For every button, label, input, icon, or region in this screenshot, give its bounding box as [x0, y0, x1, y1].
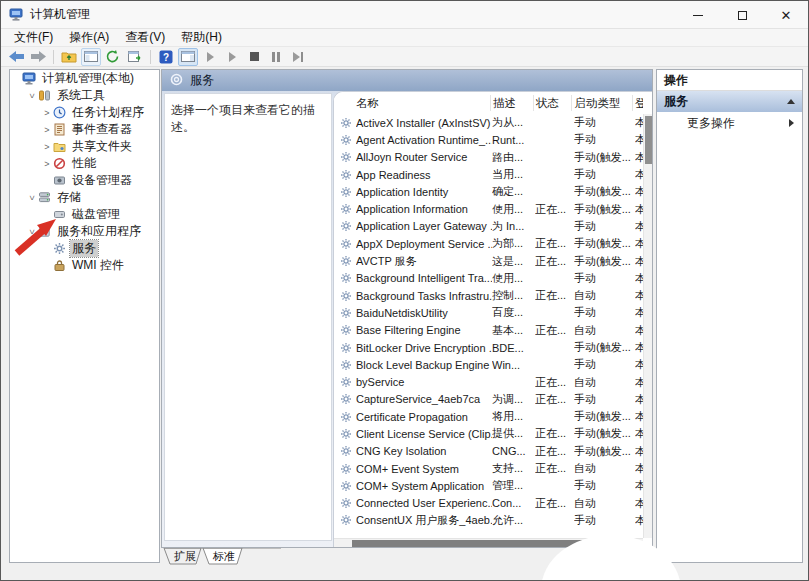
refresh-icon[interactable] [103, 48, 123, 66]
table-row[interactable]: CaptureService_4aeb7ca为调...正在...手动本 [334, 391, 643, 408]
table-row[interactable]: ConsentUX 用户服务_4aeb...允许...手动本 [334, 512, 643, 529]
table-row[interactable]: CNG Key IsolationCNG...正在...手动(触发...本 [334, 443, 643, 460]
table-row[interactable]: Client License Service (Clip...提供...正在..… [334, 425, 643, 442]
menu-action[interactable]: 操作(A) [62, 28, 116, 47]
computer-management-app-icon [9, 8, 24, 22]
service-startup-type: 手动 [574, 478, 635, 493]
tree-item-device-manager[interactable]: 设备管理器 [10, 172, 159, 189]
stop-service-icon[interactable] [244, 48, 264, 66]
table-row[interactable]: byService正在...自动本 [334, 373, 643, 390]
export-list-icon[interactable] [125, 48, 145, 66]
service-startup-type: 手动(触发... [574, 236, 635, 251]
table-row[interactable]: Background Tasks Infrastru...控制...正在...自… [334, 287, 643, 304]
table-row[interactable]: COM+ Event System支持...正在...自动本 [334, 460, 643, 477]
table-row[interactable]: COM+ System Application管理...手动本 [334, 477, 643, 494]
service-logon-as: 本 [635, 340, 643, 355]
service-description: 控制... [492, 288, 535, 303]
service-startup-type: 手动 [574, 132, 635, 147]
minimize-button[interactable] [676, 1, 720, 29]
service-description: 提供... [492, 426, 535, 441]
service-name: Certificate Propagation [356, 411, 492, 423]
tree-item-label: 共享文件夹 [70, 138, 134, 155]
tree-chevron-icon[interactable]: > [42, 108, 52, 118]
pause-service-icon[interactable] [266, 48, 286, 66]
start-service-icon[interactable] [200, 48, 220, 66]
service-status: 正在... [535, 288, 574, 303]
table-row[interactable]: Certificate Propagation将用...手动(触发...本 [334, 408, 643, 425]
column-header-status[interactable]: 状态 [534, 95, 573, 111]
table-row[interactable]: AllJoyn Router Service路由...手动(触发...本 [334, 149, 643, 166]
tab-standard[interactable]: 标准 [212, 550, 235, 562]
column-header-description[interactable]: 描述 [491, 95, 534, 111]
service-gear-icon [334, 411, 356, 423]
table-row[interactable]: App Readiness当用...手动本 [334, 166, 643, 183]
tree-item-performance[interactable]: >性能 [10, 155, 159, 172]
restart-service-icon[interactable] [288, 48, 308, 66]
table-row[interactable]: ActiveX Installer (AxInstSV)为从...手动本 [334, 114, 643, 131]
table-row[interactable]: AppX Deployment Service ...为部...正在...手动(… [334, 235, 643, 252]
table-row[interactable]: Connected User Experienc...Con...正在...自动… [334, 495, 643, 512]
maximize-button[interactable] [720, 1, 764, 29]
table-row[interactable]: BaiduNetdiskUtility百度...手动本 [334, 304, 643, 321]
service-status: 正在... [535, 444, 574, 459]
close-button[interactable]: ✕ [764, 1, 808, 29]
service-startup-type: 手动(触发... [574, 150, 635, 165]
table-row[interactable]: Agent Activation Runtime_...Runt...手动本 [334, 131, 643, 148]
table-row[interactable]: Application Layer Gateway ...为 In...手动本 [334, 218, 643, 235]
table-row[interactable]: Application Identity确定...手动(触发...本 [334, 183, 643, 200]
tree-chevron-icon[interactable]: > [27, 193, 37, 203]
tab-extended[interactable]: 扩展 [174, 550, 196, 562]
tree-item-computer[interactable]: 计算机管理(本地) [10, 70, 159, 87]
tree-item-shared-folders[interactable]: >共享文件夹 [10, 138, 159, 155]
tree-item-tools[interactable]: >系统工具 [10, 87, 159, 104]
table-row[interactable]: BitLocker Drive Encryption ...BDE...手动(触… [334, 339, 643, 356]
service-gear-icon [334, 169, 356, 181]
table-row[interactable]: Application Information使用...正在...手动(触发..… [334, 200, 643, 217]
service-name: App Readiness [356, 169, 492, 181]
service-gear-icon [334, 463, 356, 475]
service-logon-as: 本 [635, 392, 643, 407]
service-startup-type: 自动 [574, 375, 635, 390]
table-row[interactable]: Base Filtering Engine基本...正在...自动本 [334, 322, 643, 339]
more-actions-item[interactable]: 更多操作 [657, 112, 802, 134]
tree-item-label: 存储 [55, 189, 83, 206]
vertical-scrollbar[interactable] [643, 114, 653, 538]
vertical-scrollbar-thumb[interactable] [645, 116, 652, 164]
resume-service-icon[interactable] [222, 48, 242, 66]
show-action-pane-icon[interactable] [178, 48, 198, 66]
collapse-icon[interactable] [787, 99, 795, 104]
tree-item-storage[interactable]: >存储 [10, 189, 159, 206]
computer-management-window: 计算机管理 ✕ 文件(F) 操作(A) 查看(V) 帮助(H) [0, 0, 809, 581]
table-row[interactable]: Block Level Backup Engine ...Win...手动本 [334, 356, 643, 373]
show-console-tree-icon[interactable] [81, 48, 101, 66]
service-name: CaptureService_4aeb7ca [356, 393, 492, 405]
table-row[interactable]: AVCTP 服务这是...正在...手动(触发...本 [334, 252, 643, 269]
service-gear-icon [334, 514, 356, 526]
tree-chevron-icon[interactable]: > [42, 159, 52, 169]
service-description: 当用... [492, 167, 535, 182]
help-icon[interactable]: ? [156, 48, 176, 66]
menu-view[interactable]: 查看(V) [118, 28, 172, 47]
svg-text:?: ? [163, 51, 169, 62]
actions-section-services[interactable]: 服务 [657, 91, 802, 112]
service-name: BaiduNetdiskUtility [356, 307, 492, 319]
tree-chevron-icon[interactable]: > [27, 91, 37, 101]
table-row[interactable]: Background Intelligent Tra...使用...手动本 [334, 270, 643, 287]
forward-icon[interactable] [28, 48, 48, 66]
tree-chevron-icon[interactable]: > [42, 142, 52, 152]
column-header-name[interactable]: 名称 [334, 95, 491, 111]
service-logon-as: 本 [635, 375, 643, 390]
column-header-logon-as[interactable]: 登录为 [633, 95, 643, 111]
up-folder-icon[interactable] [59, 48, 79, 66]
tree-item-task-scheduler[interactable]: >任务计划程序 [10, 104, 159, 121]
back-icon[interactable] [6, 48, 26, 66]
service-startup-type: 手动 [574, 513, 635, 528]
service-gear-icon [334, 220, 356, 232]
menu-file[interactable]: 文件(F) [7, 28, 60, 47]
column-header-startup-type[interactable]: 启动类型 [572, 95, 633, 111]
tree-item-event-viewer[interactable]: >事件查看器 [10, 121, 159, 138]
tree-chevron-icon[interactable]: > [42, 125, 52, 135]
menu-help[interactable]: 帮助(H) [174, 28, 229, 47]
service-name: AppX Deployment Service ... [356, 238, 492, 250]
service-description-pane: 选择一个项目来查看它的描述。 [164, 93, 332, 541]
